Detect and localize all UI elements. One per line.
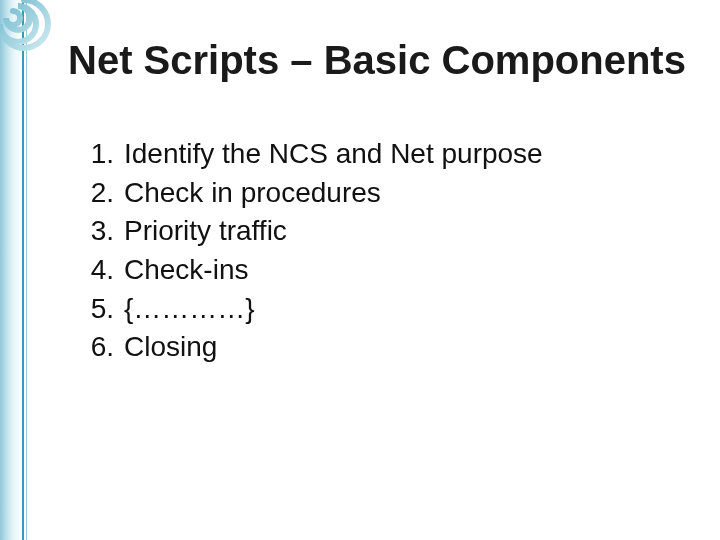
list-item: 2. Check in procedures xyxy=(76,174,543,213)
list-item-text: Closing xyxy=(124,328,217,367)
list-item: 6. Closing xyxy=(76,328,543,367)
list-item-text: Identify the NCS and Net purpose xyxy=(124,135,543,174)
stripe-line-light xyxy=(26,0,27,540)
list-item-number: 5. xyxy=(76,290,124,329)
list-item: 4. Check-ins xyxy=(76,251,543,290)
numbered-list: 1. Identify the NCS and Net purpose 2. C… xyxy=(76,135,543,367)
list-item-number: 4. xyxy=(76,251,124,290)
list-item-text: Check-ins xyxy=(124,251,248,290)
list-item: 3. Priority traffic xyxy=(76,212,543,251)
stripe-line-dark xyxy=(22,0,24,540)
list-item-text: {…………} xyxy=(124,290,255,329)
list-item-text: Priority traffic xyxy=(124,212,287,251)
left-stripe xyxy=(0,0,28,540)
list-item-text: Check in procedures xyxy=(124,174,381,213)
list-item: 1. Identify the NCS and Net purpose xyxy=(76,135,543,174)
list-item-number: 1. xyxy=(76,135,124,174)
list-item: 5. {…………} xyxy=(76,290,543,329)
list-item-number: 3. xyxy=(76,212,124,251)
slide: Net Scripts – Basic Components 1. Identi… xyxy=(0,0,720,540)
slide-title: Net Scripts – Basic Components xyxy=(68,38,690,83)
swirl-icon xyxy=(0,0,54,54)
list-item-number: 2. xyxy=(76,174,124,213)
stripe-gradient xyxy=(0,0,22,540)
list-item-number: 6. xyxy=(76,328,124,367)
